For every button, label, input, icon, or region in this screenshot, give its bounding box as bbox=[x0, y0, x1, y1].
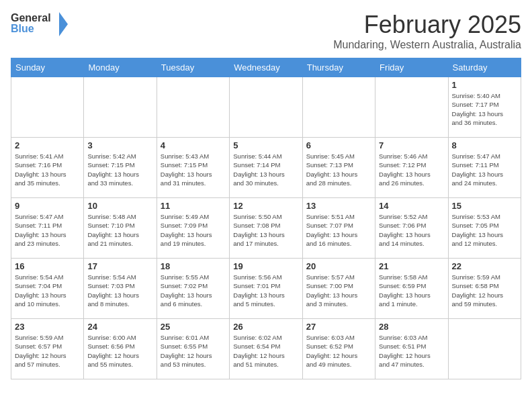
day-number: 19 bbox=[233, 261, 298, 271]
day-number: 15 bbox=[452, 201, 517, 211]
day-info: Sunrise: 5:47 AM Sunset: 7:11 PM Dayligh… bbox=[452, 152, 517, 187]
day-info: Sunrise: 5:46 AM Sunset: 7:12 PM Dayligh… bbox=[379, 152, 444, 187]
calendar-cell bbox=[302, 77, 375, 138]
day-info: Sunrise: 5:59 AM Sunset: 6:57 PM Dayligh… bbox=[15, 333, 80, 369]
calendar-cell: 16Sunrise: 5:54 AM Sunset: 7:04 PM Dayli… bbox=[11, 259, 84, 319]
calendar-week-row: 1Sunrise: 5:40 AM Sunset: 7:17 PM Daylig… bbox=[11, 77, 521, 138]
calendar-week-row: 9Sunrise: 5:47 AM Sunset: 7:11 PM Daylig… bbox=[11, 198, 521, 259]
day-info: Sunrise: 5:54 AM Sunset: 7:04 PM Dayligh… bbox=[15, 273, 80, 308]
day-number: 25 bbox=[161, 322, 226, 332]
column-header-tuesday: Tuesday bbox=[157, 58, 229, 77]
calendar-cell bbox=[11, 77, 84, 138]
day-info: Sunrise: 5:57 AM Sunset: 7:00 PM Dayligh… bbox=[306, 273, 371, 308]
day-number: 1 bbox=[452, 80, 517, 90]
calendar-cell: 27Sunrise: 6:03 AM Sunset: 6:52 PM Dayli… bbox=[302, 319, 375, 379]
day-number: 13 bbox=[306, 201, 371, 211]
calendar-cell: 20Sunrise: 5:57 AM Sunset: 7:00 PM Dayli… bbox=[302, 259, 375, 319]
svg-text:Blue: Blue bbox=[11, 23, 34, 34]
calendar-cell: 5Sunrise: 5:44 AM Sunset: 7:14 PM Daylig… bbox=[230, 138, 302, 198]
day-number: 20 bbox=[306, 261, 371, 271]
column-header-saturday: Saturday bbox=[448, 58, 521, 77]
calendar-cell bbox=[157, 77, 229, 138]
day-number: 18 bbox=[161, 261, 226, 271]
day-number: 10 bbox=[87, 201, 152, 211]
day-number: 9 bbox=[15, 201, 80, 211]
svg-text:General: General bbox=[11, 12, 51, 24]
day-number: 16 bbox=[15, 261, 80, 271]
day-info: Sunrise: 6:03 AM Sunset: 6:52 PM Dayligh… bbox=[306, 333, 371, 369]
calendar-cell: 7Sunrise: 5:46 AM Sunset: 7:12 PM Daylig… bbox=[375, 138, 448, 198]
svg-marker-2 bbox=[59, 12, 68, 36]
logo-row: GeneralBlue bbox=[11, 11, 71, 38]
day-info: Sunrise: 5:45 AM Sunset: 7:13 PM Dayligh… bbox=[306, 152, 371, 187]
calendar-cell: 21Sunrise: 5:58 AM Sunset: 6:59 PM Dayli… bbox=[375, 259, 448, 319]
calendar-cell: 18Sunrise: 5:55 AM Sunset: 7:02 PM Dayli… bbox=[157, 259, 229, 319]
calendar-cell: 17Sunrise: 5:54 AM Sunset: 7:03 PM Dayli… bbox=[84, 259, 157, 319]
day-info: Sunrise: 5:42 AM Sunset: 7:15 PM Dayligh… bbox=[87, 152, 152, 187]
day-info: Sunrise: 5:53 AM Sunset: 7:05 PM Dayligh… bbox=[452, 212, 517, 248]
day-info: Sunrise: 5:41 AM Sunset: 7:16 PM Dayligh… bbox=[15, 152, 80, 187]
day-number: 6 bbox=[306, 140, 371, 150]
day-info: Sunrise: 5:58 AM Sunset: 6:59 PM Dayligh… bbox=[379, 273, 444, 308]
column-header-friday: Friday bbox=[375, 58, 448, 77]
calendar-cell: 1Sunrise: 5:40 AM Sunset: 7:17 PM Daylig… bbox=[448, 77, 521, 138]
day-info: Sunrise: 6:02 AM Sunset: 6:54 PM Dayligh… bbox=[233, 333, 298, 369]
day-number: 5 bbox=[233, 140, 298, 150]
calendar-cell: 25Sunrise: 6:01 AM Sunset: 6:55 PM Dayli… bbox=[157, 319, 229, 379]
calendar-cell bbox=[375, 77, 448, 138]
calendar-cell: 11Sunrise: 5:49 AM Sunset: 7:09 PM Dayli… bbox=[157, 198, 229, 259]
calendar-cell: 26Sunrise: 6:02 AM Sunset: 6:54 PM Dayli… bbox=[230, 319, 302, 379]
day-info: Sunrise: 5:49 AM Sunset: 7:09 PM Dayligh… bbox=[161, 212, 226, 248]
calendar-cell: 28Sunrise: 6:03 AM Sunset: 6:51 PM Dayli… bbox=[375, 319, 448, 379]
location-title: Mundaring, Western Australia, Australia bbox=[333, 39, 521, 51]
calendar-table: SundayMondayTuesdayWednesdayThursdayFrid… bbox=[11, 58, 521, 379]
day-number: 7 bbox=[379, 140, 444, 150]
day-number: 8 bbox=[452, 140, 517, 150]
day-info: Sunrise: 5:47 AM Sunset: 7:11 PM Dayligh… bbox=[15, 212, 80, 248]
day-number: 27 bbox=[306, 322, 371, 332]
month-title: February 2025 bbox=[333, 11, 521, 39]
calendar-cell: 22Sunrise: 5:59 AM Sunset: 6:58 PM Dayli… bbox=[448, 259, 521, 319]
column-header-thursday: Thursday bbox=[302, 58, 375, 77]
column-header-sunday: Sunday bbox=[11, 58, 84, 77]
calendar-cell: 13Sunrise: 5:51 AM Sunset: 7:07 PM Dayli… bbox=[302, 198, 375, 259]
calendar-cell: 9Sunrise: 5:47 AM Sunset: 7:11 PM Daylig… bbox=[11, 198, 84, 259]
calendar-cell: 8Sunrise: 5:47 AM Sunset: 7:11 PM Daylig… bbox=[448, 138, 521, 198]
calendar-cell: 15Sunrise: 5:53 AM Sunset: 7:05 PM Dayli… bbox=[448, 198, 521, 259]
calendar-cell: 12Sunrise: 5:50 AM Sunset: 7:08 PM Dayli… bbox=[230, 198, 302, 259]
calendar-week-row: 2Sunrise: 5:41 AM Sunset: 7:16 PM Daylig… bbox=[11, 138, 521, 198]
calendar-week-row: 23Sunrise: 5:59 AM Sunset: 6:57 PM Dayli… bbox=[11, 319, 521, 379]
logo: GeneralBlue bbox=[11, 11, 71, 38]
day-number: 2 bbox=[15, 140, 80, 150]
day-number: 17 bbox=[87, 261, 152, 271]
calendar-cell: 6Sunrise: 5:45 AM Sunset: 7:13 PM Daylig… bbox=[302, 138, 375, 198]
day-info: Sunrise: 6:00 AM Sunset: 6:56 PM Dayligh… bbox=[87, 333, 152, 369]
calendar-cell bbox=[84, 77, 157, 138]
day-info: Sunrise: 5:51 AM Sunset: 7:07 PM Dayligh… bbox=[306, 212, 371, 248]
day-info: Sunrise: 5:44 AM Sunset: 7:14 PM Dayligh… bbox=[233, 152, 298, 187]
day-info: Sunrise: 5:55 AM Sunset: 7:02 PM Dayligh… bbox=[161, 273, 226, 308]
calendar-cell bbox=[448, 319, 521, 379]
day-info: Sunrise: 6:01 AM Sunset: 6:55 PM Dayligh… bbox=[161, 333, 226, 369]
calendar-week-row: 16Sunrise: 5:54 AM Sunset: 7:04 PM Dayli… bbox=[11, 259, 521, 319]
calendar-cell: 2Sunrise: 5:41 AM Sunset: 7:16 PM Daylig… bbox=[11, 138, 84, 198]
day-info: Sunrise: 5:59 AM Sunset: 6:58 PM Dayligh… bbox=[452, 273, 517, 308]
column-header-monday: Monday bbox=[84, 58, 157, 77]
calendar-cell: 24Sunrise: 6:00 AM Sunset: 6:56 PM Dayli… bbox=[84, 319, 157, 379]
day-number: 22 bbox=[452, 261, 517, 271]
day-number: 26 bbox=[233, 322, 298, 332]
calendar-cell: 3Sunrise: 5:42 AM Sunset: 7:15 PM Daylig… bbox=[84, 138, 157, 198]
day-info: Sunrise: 5:56 AM Sunset: 7:01 PM Dayligh… bbox=[233, 273, 298, 308]
day-info: Sunrise: 5:54 AM Sunset: 7:03 PM Dayligh… bbox=[87, 273, 152, 308]
calendar-cell: 14Sunrise: 5:52 AM Sunset: 7:06 PM Dayli… bbox=[375, 198, 448, 259]
calendar-cell: 10Sunrise: 5:48 AM Sunset: 7:10 PM Dayli… bbox=[84, 198, 157, 259]
calendar-cell: 23Sunrise: 5:59 AM Sunset: 6:57 PM Dayli… bbox=[11, 319, 84, 379]
title-section: February 2025 Mundaring, Western Austral… bbox=[333, 11, 521, 51]
day-info: Sunrise: 5:52 AM Sunset: 7:06 PM Dayligh… bbox=[379, 212, 444, 248]
logo-svg: GeneralBlue bbox=[11, 11, 71, 38]
day-number: 14 bbox=[379, 201, 444, 211]
calendar-cell bbox=[230, 77, 302, 138]
day-number: 4 bbox=[161, 140, 226, 150]
day-info: Sunrise: 5:48 AM Sunset: 7:10 PM Dayligh… bbox=[87, 212, 152, 248]
day-number: 24 bbox=[87, 322, 152, 332]
